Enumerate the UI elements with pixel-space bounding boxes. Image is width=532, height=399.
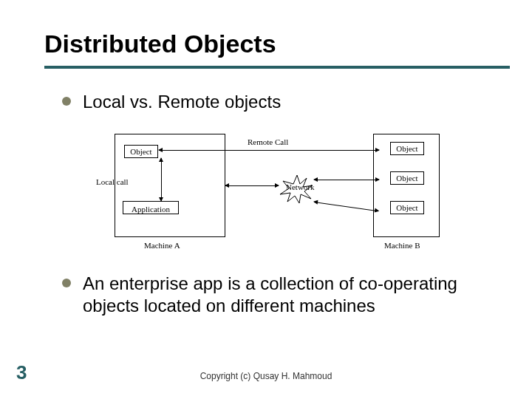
bullet-2: An enterprise app is a collection of co-… — [62, 273, 495, 317]
remote-call-arrow — [159, 150, 379, 151]
slide-title: Distributed Objects — [44, 30, 510, 58]
local-call-label: Local call — [96, 177, 129, 186]
title-rule — [44, 66, 510, 69]
object-b2-box: Object — [390, 171, 424, 185]
local-call-arrow — [161, 158, 162, 201]
machine-a-box: Object Application Local call — [115, 134, 225, 237]
network-to-b-arrow-2 — [314, 202, 378, 211]
bullet-dot-icon — [62, 97, 71, 106]
object-b1-box: Object — [390, 142, 424, 155]
bullet-1-text: Local vs. Remote objects — [83, 91, 281, 113]
machine-b-box: Object Object Object — [373, 134, 440, 237]
bullet-dot-icon — [62, 279, 71, 287]
footer-copyright: Copyright (c) Qusay H. Mahmoud — [0, 371, 532, 381]
machine-a-to-network-arrow — [225, 185, 279, 186]
network-label: Network — [286, 183, 315, 191]
remote-call-label: Remote Call — [248, 137, 288, 146]
application-box: Application — [123, 201, 179, 214]
bullet-2-text: An enterprise app is a collection of co-… — [83, 273, 495, 317]
object-a-box: Object — [124, 145, 158, 158]
object-b3-box: Object — [390, 201, 424, 214]
machine-b-label: Machine B — [384, 241, 420, 250]
network-to-b-arrow-1 — [314, 180, 379, 180]
machine-a-label: Machine A — [144, 241, 180, 250]
diagram-inner: Object Application Local call Machine A … — [92, 134, 462, 252]
bullet-1: Local vs. Remote objects — [62, 91, 495, 113]
slide: Distributed Objects Local vs. Remote obj… — [0, 0, 532, 399]
diagram: Object Application Local call Machine A … — [44, 134, 510, 252]
